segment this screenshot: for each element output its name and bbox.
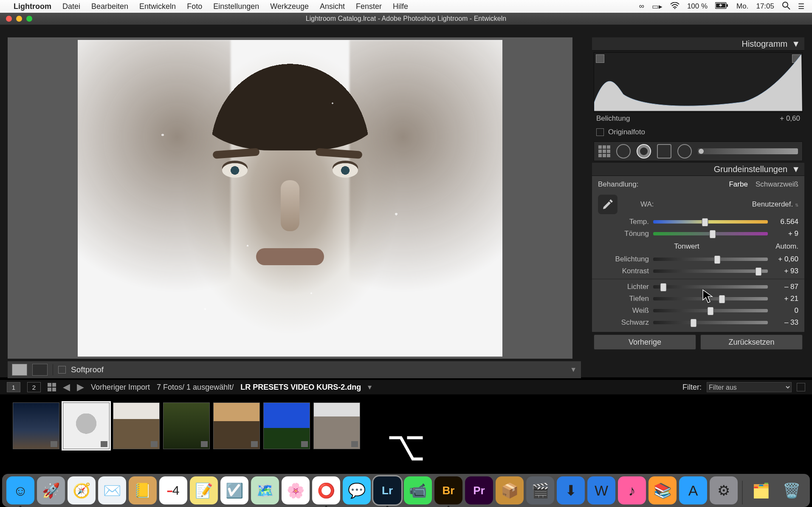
radial-filter-tool-icon[interactable]	[677, 144, 692, 159]
dock-launchpad[interactable]: 🚀	[37, 476, 65, 504]
whites-slider[interactable]	[653, 309, 768, 312]
dock-calendar[interactable]: ▬4	[159, 476, 187, 504]
zoom-window-button[interactable]	[26, 16, 32, 22]
dock-reminders[interactable]: ☑️	[220, 476, 248, 504]
histogram-graph[interactable]	[594, 52, 803, 113]
dock-safari[interactable]: 🧭	[68, 476, 96, 504]
dock-notes[interactable]: 📝	[190, 476, 218, 504]
thumbnail-3[interactable]	[113, 402, 160, 449]
menu-werkzeuge[interactable]: Werkzeuge	[270, 2, 309, 11]
toolbar-dropdown-icon[interactable]: ▼	[570, 366, 577, 374]
exposure-slider[interactable]	[653, 258, 768, 261]
crop-tool-icon[interactable]	[598, 145, 610, 157]
menu-bearbeiten[interactable]: Bearbeiten	[91, 2, 128, 11]
dock-pkg[interactable]: 📦	[496, 476, 524, 504]
wb-eyedropper-tool[interactable]	[598, 195, 617, 214]
thumbnail-4[interactable]	[163, 402, 210, 449]
filmstrip-filename[interactable]: LR PRESETS VIDEO KURS-2.dng	[240, 383, 361, 392]
dock-premiere[interactable]: Pr	[465, 476, 493, 504]
nav-prev-icon[interactable]: ◀	[63, 382, 70, 393]
thumbnail-2[interactable]	[63, 402, 110, 449]
auto-tone-button[interactable]: Autom.	[775, 242, 798, 251]
dock-chrome[interactable]: ⭕	[312, 476, 340, 504]
nav-next-icon[interactable]: ▶	[77, 382, 84, 393]
dock-contacts[interactable]: 📒	[129, 476, 157, 504]
menu-hilfe[interactable]: Hilfe	[393, 2, 408, 11]
dock-itunes[interactable]: ♪	[618, 476, 646, 504]
dock-lightroom[interactable]: Lr	[373, 476, 401, 504]
menu-datei[interactable]: Datei	[62, 2, 80, 11]
menu-entwickeln[interactable]: Entwickeln	[139, 2, 176, 11]
minimize-window-button[interactable]	[16, 16, 22, 22]
shadows-slider[interactable]	[653, 297, 768, 300]
dock-word[interactable]: W	[587, 476, 615, 504]
filter-lock-icon[interactable]	[797, 383, 805, 391]
dock-finder[interactable]: ☺	[6, 476, 34, 504]
reset-button[interactable]: Zurücksetzen	[700, 334, 803, 350]
contrast-slider[interactable]	[653, 269, 768, 273]
loupe-view-button[interactable]	[12, 364, 27, 376]
menu-foto[interactable]: Foto	[187, 2, 202, 11]
shadows-value[interactable]: + 21	[772, 295, 798, 303]
histogram-panel-header[interactable]: Histogramm ▼	[592, 37, 804, 51]
menu-einstellungen[interactable]: Einstellungen	[213, 2, 259, 11]
dock-mail[interactable]: ✉️	[98, 476, 126, 504]
dock-preferences[interactable]: ⚙︎	[710, 476, 738, 504]
spotlight-icon[interactable]	[782, 1, 790, 12]
thumbnail-7[interactable]	[313, 402, 360, 449]
whites-value[interactable]: 0	[772, 306, 798, 315]
app-menu[interactable]: Lightroom	[14, 2, 51, 11]
redeye-tool-icon[interactable]	[637, 144, 651, 159]
filename-dropdown-icon[interactable]: ▾	[368, 382, 372, 392]
tint-value[interactable]: + 9	[772, 229, 798, 238]
blacks-slider[interactable]	[653, 321, 768, 324]
adjustment-brush-slider[interactable]	[698, 148, 798, 154]
filmstrip-source[interactable]: Vorheriger Import	[91, 383, 150, 392]
exposure-value[interactable]: + 0,60	[772, 255, 798, 263]
treatment-bw[interactable]: Schwarzweiß	[756, 180, 798, 189]
battery-icon[interactable]	[715, 2, 729, 11]
menu-fenster[interactable]: Fenster	[356, 2, 382, 11]
dock-appstore[interactable]: A	[679, 476, 707, 504]
wb-preset-dropdown[interactable]: Benutzerdef. ⇅	[752, 200, 798, 209]
grid-view-icon[interactable]	[48, 383, 56, 391]
menu-ansicht[interactable]: Ansicht	[320, 2, 345, 11]
contrast-value[interactable]: + 93	[772, 267, 798, 275]
photo-stage[interactable]	[8, 37, 572, 359]
spot-removal-tool-icon[interactable]	[616, 144, 631, 159]
softproof-checkbox[interactable]	[58, 366, 66, 374]
menu-extras-icon[interactable]: ☰	[798, 2, 804, 11]
previous-button[interactable]: Vorherige	[594, 334, 696, 350]
dock-trash[interactable]: 🗑️	[778, 476, 806, 504]
dock-downloads[interactable]: 🗂️	[747, 476, 775, 504]
filter-dropdown[interactable]: Filter aus	[707, 382, 792, 392]
wifi-icon[interactable]	[670, 2, 679, 11]
thumbnail-1[interactable]	[13, 402, 59, 449]
thumbnail-5[interactable]	[213, 402, 260, 449]
highlights-slider[interactable]	[653, 285, 768, 289]
before-after-button[interactable]	[32, 364, 48, 376]
graduated-filter-tool-icon[interactable]	[657, 144, 671, 159]
dock-bridge[interactable]: Br	[434, 476, 462, 504]
dock-facetime[interactable]: 📹	[404, 476, 432, 504]
thumbnail-6[interactable]	[263, 402, 310, 449]
temp-slider[interactable]	[653, 220, 768, 224]
close-window-button[interactable]	[6, 16, 12, 22]
original-photo-checkbox[interactable]	[596, 128, 604, 136]
tint-slider[interactable]	[653, 232, 768, 235]
highlights-value[interactable]: – 87	[772, 283, 798, 291]
dock-messages[interactable]: 💬	[343, 476, 371, 504]
temp-value[interactable]: 6.564	[772, 218, 798, 226]
treatment-color[interactable]: Farbe	[729, 180, 747, 189]
dock-dropbox[interactable]: ⬇︎	[557, 476, 585, 504]
basic-panel-header[interactable]: Grundeinstellungen ▼	[592, 163, 804, 176]
dock-ibooks[interactable]: 📚	[648, 476, 677, 504]
dock-photos[interactable]: 🌸	[282, 476, 310, 504]
airplay-icon[interactable]: ▭▸	[652, 2, 663, 11]
blacks-value[interactable]: – 33	[772, 318, 798, 327]
dock-imovie[interactable]: 🎬	[526, 476, 554, 504]
dock-maps[interactable]: 🗺️	[251, 476, 279, 504]
secondary-display-1[interactable]: 1	[7, 382, 20, 392]
creative-cloud-icon[interactable]: ∞	[639, 2, 644, 11]
secondary-display-2[interactable]: 2	[27, 382, 41, 392]
